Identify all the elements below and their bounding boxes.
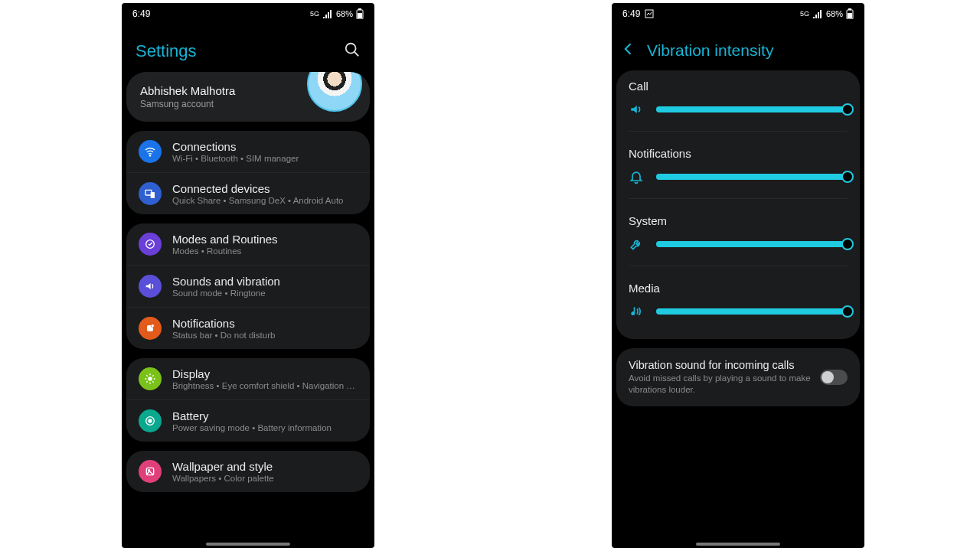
notifications-icon — [139, 317, 162, 340]
settings-header: Settings — [122, 24, 374, 72]
svg-line-17 — [152, 381, 153, 382]
nav-indicator[interactable] — [696, 543, 780, 546]
settings-row-wallpaper-and-style[interactable]: Wallpaper and styleWallpapers • Color pa… — [126, 451, 370, 492]
music-icon — [629, 304, 645, 319]
svg-rect-2 — [358, 13, 362, 18]
status-time: 6:49 — [132, 8, 150, 19]
toggle-switch[interactable] — [820, 370, 848, 385]
screenshot-icon — [645, 9, 654, 18]
svg-point-3 — [346, 44, 356, 54]
account-card[interactable]: Abhishek Malhotra Samsung account — [126, 72, 370, 122]
battery-pct: 68% — [336, 9, 353, 18]
settings-group: Wallpaper and styleWallpapers • Color pa… — [126, 451, 370, 492]
svg-point-11 — [148, 377, 152, 380]
row-title: Connected devices — [172, 182, 343, 195]
svg-line-4 — [354, 52, 359, 57]
row-title: Wallpaper and style — [172, 460, 274, 473]
svg-rect-1 — [358, 8, 361, 10]
devices-icon — [139, 182, 162, 205]
page-title: Vibration intensity — [647, 41, 773, 60]
svg-line-19 — [152, 375, 153, 376]
wallpaper-icon — [139, 460, 162, 483]
battery-icon — [139, 409, 162, 432]
battery-icon — [356, 8, 364, 19]
network-5g-icon: 5G — [310, 10, 319, 18]
page-title: Settings — [136, 41, 197, 61]
settings-group: Modes and RoutinesModes • RoutinesSounds… — [126, 223, 370, 349]
slider-section-notifications: Notifications — [616, 138, 860, 205]
battery-pct: 68% — [826, 9, 843, 18]
wrench-icon — [629, 236, 645, 252]
settings-group: ConnectionsWi-Fi • Bluetooth • SIM manag… — [126, 131, 370, 214]
status-time: 6:49 — [622, 8, 640, 19]
sound-icon — [139, 275, 162, 298]
settings-row-connections[interactable]: ConnectionsWi-Fi • Bluetooth • SIM manag… — [126, 131, 370, 172]
toggle-sub: Avoid missed calls by playing a sound to… — [629, 373, 811, 396]
wifi-icon — [139, 140, 162, 163]
svg-point-5 — [149, 155, 150, 156]
volume-icon — [629, 102, 645, 117]
row-sub: Status bar • Do not disturb — [172, 331, 275, 340]
slider[interactable] — [656, 305, 848, 318]
svg-line-16 — [146, 375, 147, 376]
account-name: Abhishek Malhotra — [140, 84, 235, 97]
back-button[interactable] — [621, 41, 636, 60]
nav-indicator[interactable] — [206, 543, 290, 546]
slider-label: Media — [629, 282, 848, 295]
svg-rect-7 — [151, 192, 155, 198]
row-title: Sounds and vibration — [172, 275, 280, 288]
status-right: 5G 68% — [310, 8, 364, 19]
account-sub: Samsung account — [140, 99, 235, 109]
svg-line-18 — [146, 381, 147, 382]
phone-settings: 6:49 5G 68% Settings Abhishek Malhotra S… — [122, 3, 374, 548]
signal-icon — [812, 9, 823, 18]
slider[interactable] — [656, 103, 848, 116]
settings-group: DisplayBrightness • Eye comfort shield •… — [126, 358, 370, 442]
avatar[interactable] — [307, 72, 362, 112]
sliders-card: CallNotificationsSystemMedia — [616, 70, 860, 339]
svg-point-21 — [149, 419, 152, 422]
slider-section-system: System — [616, 205, 860, 272]
row-sub: Wallpapers • Color palette — [172, 474, 274, 483]
phone-vibration: 6:49 5G 68% Vibration intensity CallNoti… — [612, 3, 864, 548]
row-sub: Power saving mode • Battery information — [172, 423, 332, 432]
row-sub: Modes • Routines — [172, 246, 278, 256]
row-title: Display — [172, 367, 358, 380]
settings-row-connected-devices[interactable]: Connected devicesQuick Share • Samsung D… — [126, 172, 370, 214]
bell-icon — [629, 169, 645, 184]
battery-icon — [846, 8, 854, 19]
slider-label: System — [629, 214, 848, 227]
settings-row-modes-and-routines[interactable]: Modes and RoutinesModes • Routines — [126, 223, 370, 265]
vibration-sound-toggle-row[interactable]: Vibration sound for incoming calls Avoid… — [616, 348, 860, 406]
svg-rect-27 — [848, 13, 852, 18]
svg-rect-26 — [848, 8, 851, 10]
row-title: Battery — [172, 409, 332, 422]
row-sub: Brightness • Eye comfort shield • Naviga… — [172, 381, 358, 390]
search-icon[interactable] — [344, 41, 361, 61]
row-sub: Sound mode • Ringtone — [172, 289, 280, 298]
settings-row-notifications[interactable]: NotificationsStatus bar • Do not disturb — [126, 307, 370, 349]
slider-label: Call — [629, 80, 848, 93]
row-title: Notifications — [172, 317, 275, 330]
network-5g-icon: 5G — [800, 10, 809, 18]
status-right: 5G 68% — [800, 8, 854, 19]
slider-label: Notifications — [629, 147, 848, 160]
status-time-row: 6:49 — [622, 8, 654, 19]
signal-icon — [322, 9, 333, 18]
settings-row-sounds-and-vibration[interactable]: Sounds and vibrationSound mode • Rington… — [126, 265, 370, 307]
settings-row-display[interactable]: DisplayBrightness • Eye comfort shield •… — [126, 358, 370, 399]
toggle-title: Vibration sound for incoming calls — [629, 359, 811, 371]
row-sub: Quick Share • Samsung DeX • Android Auto — [172, 196, 343, 205]
routines-icon — [139, 233, 162, 256]
slider-section-call: Call — [616, 70, 860, 138]
row-title: Connections — [172, 140, 299, 153]
slider-section-media: Media — [616, 272, 860, 339]
slider[interactable] — [656, 171, 848, 183]
settings-row-battery[interactable]: BatteryPower saving mode • Battery infor… — [126, 399, 370, 442]
slider[interactable] — [656, 238, 848, 250]
status-bar: 6:49 5G 68% — [612, 3, 864, 24]
display-icon — [139, 367, 162, 390]
svg-point-10 — [151, 324, 154, 328]
status-bar: 6:49 5G 68% — [122, 3, 374, 24]
vibration-header: Vibration intensity — [612, 24, 864, 70]
